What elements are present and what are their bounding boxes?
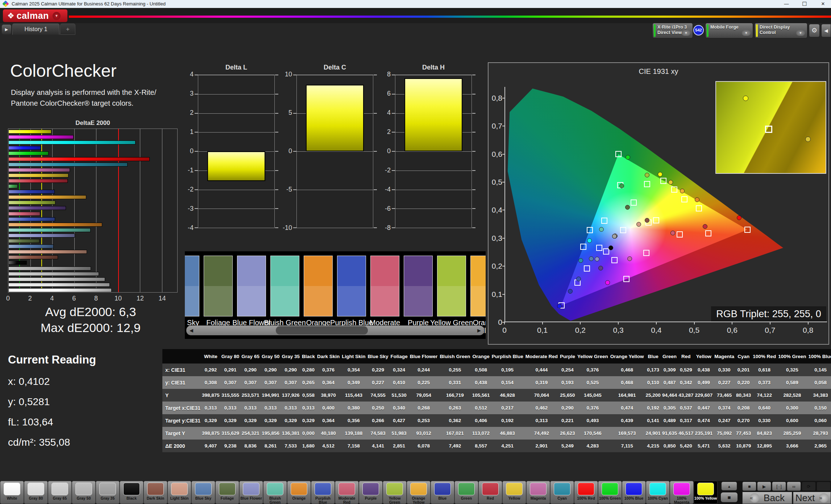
axis-tick-label: 0,6	[723, 326, 741, 335]
patch-button-Dark Skin[interactable]: Dark Skin	[144, 481, 167, 504]
calman-menu-button[interactable]: ❖ calman ▼	[3, 9, 67, 22]
tab-history-1[interactable]: History 1	[12, 24, 59, 35]
patch-button-Orange Yellow[interactable]: Orange Yellow	[407, 481, 431, 504]
axis-tick-label: 0,5	[685, 326, 703, 335]
patch-button-Blue Flower[interactable]: Blue Flower	[239, 481, 263, 504]
table-cell: 0,600	[777, 414, 807, 427]
table-cell: 0,618	[752, 364, 777, 376]
patch-label: 100% Yellow	[694, 496, 717, 500]
chevron-down-icon[interactable]: ▼	[682, 30, 690, 36]
patch-button-Cyan[interactable]: Cyan	[550, 481, 574, 504]
de-bar-100% Blue	[8, 146, 41, 150]
refresh-icon[interactable]: ⟳	[802, 482, 816, 491]
swatch-target-half	[271, 256, 299, 286]
workflow-status-bar	[756, 24, 758, 37]
table-cell: 4,141	[367, 440, 390, 452]
reading-count-badge[interactable]: 542	[693, 25, 704, 35]
gridline	[198, 209, 274, 209]
table-cell: 0,489	[661, 414, 678, 427]
meter-source-dropdown[interactable]: Mobile Forge ▼	[705, 23, 753, 38]
patch-button-Black[interactable]: Black	[120, 481, 144, 504]
scroll-left-icon[interactable]: ◀	[186, 326, 196, 335]
swatch-target-half	[204, 256, 232, 286]
deltaH-bar	[404, 78, 462, 151]
patch-button-100% Yellow[interactable]: 100% Yellow	[694, 481, 718, 504]
patch-button-Red[interactable]: Red	[478, 481, 502, 504]
loop-icon[interactable]: ∞	[787, 482, 801, 491]
scrollbar-thumb[interactable]	[276, 326, 368, 335]
de-bar-Gray 50	[8, 272, 99, 276]
patch-button-Blue Sky[interactable]: Blue Sky	[191, 481, 215, 504]
patch-button-100% Cyan[interactable]: 100% Cyan	[646, 481, 670, 504]
tab-strip-expander-button[interactable]: ▶	[2, 25, 11, 34]
patch-button-Foliage[interactable]: Foliage	[215, 481, 239, 504]
tick-mark	[472, 75, 475, 75]
deltaC-title: Delta C	[296, 64, 373, 71]
patch-button-Orange[interactable]: Orange	[287, 481, 311, 504]
back-chevrons-icon: «	[750, 493, 759, 503]
table-cell: 0,307	[261, 376, 281, 389]
patch-button-100% Magenta[interactable]: 100% Magenta	[670, 481, 694, 504]
col-header: Bluish Green	[439, 349, 471, 364]
collapse-panel-icon[interactable]: ◀	[821, 24, 831, 37]
patch-button-Purple[interactable]: Purple	[359, 481, 383, 504]
strip-swatch-Foliage	[204, 256, 233, 316]
blank-icon[interactable]	[817, 482, 831, 491]
table-cell: 46,928	[491, 389, 524, 402]
axis-tick-label: 0,3	[609, 326, 627, 335]
patch-button-Blue[interactable]: Blue	[431, 481, 454, 504]
patch-button-Gray 80[interactable]: Gray 80	[24, 481, 48, 504]
close-icon[interactable]: ✕	[815, 0, 831, 8]
swatch-measured-half	[371, 286, 399, 316]
next-chevrons-icon: »	[819, 493, 828, 503]
target-marker-Yellow Green	[644, 181, 650, 187]
table-cell: 2,851	[390, 440, 409, 452]
patch-button-Magenta[interactable]: Magenta	[526, 481, 550, 504]
table-cell: 10,879	[735, 440, 752, 452]
table-cell: 28,793	[807, 427, 831, 440]
patch-button-Bluish Green[interactable]: Bluish Green	[263, 481, 287, 504]
inset-square-marker	[765, 126, 772, 133]
measured-marker-Bluish Green	[599, 227, 604, 232]
tick-mark	[195, 132, 198, 133]
next-button[interactable]: Next »	[793, 492, 831, 504]
gear-icon[interactable]: ⚙	[809, 24, 820, 37]
swatch-target-half	[185, 256, 199, 286]
patch-button-100% Blue[interactable]: 100% Blue	[622, 481, 646, 504]
play-icon[interactable]: ▶	[757, 482, 771, 491]
patch-button-Moderate Red[interactable]: Moderate Red	[335, 481, 359, 504]
chevron-down-icon[interactable]: ▼	[53, 12, 61, 20]
patch-button-Gray 65[interactable]: Gray 65	[48, 481, 72, 504]
patch-button-Yellow Green[interactable]: Yellow Green	[383, 481, 407, 504]
chevron-down-icon[interactable]: ▼	[796, 30, 805, 36]
patch-button-Yellow[interactable]: Yellow	[502, 481, 526, 504]
meter-device-dropdown[interactable]: X-Rite i1Pro 3Direct View ▼	[652, 23, 693, 38]
table-cell: 136,381	[281, 427, 301, 440]
scroll-right-icon[interactable]: ▶	[474, 326, 484, 335]
col-header: Black	[301, 349, 316, 364]
add-tab-button[interactable]: +	[60, 24, 75, 35]
patch-button-100% Red[interactable]: 100% Red	[574, 481, 598, 504]
minimize-icon[interactable]: —	[778, 0, 794, 8]
step-icon[interactable]: [··]	[772, 482, 786, 491]
patch-button-Gray 50[interactable]: Gray 50	[72, 481, 96, 504]
patch-button-100% Green[interactable]: 100% Green	[598, 481, 622, 504]
stop-icon[interactable]: ■	[742, 482, 756, 491]
de-bar-Red	[8, 179, 68, 183]
table-cell: 74,492	[524, 427, 559, 440]
chevron-down-icon[interactable]: ▼	[742, 30, 751, 36]
table-cell: 43,287	[678, 389, 694, 402]
stop-pattern-button[interactable]: ■	[720, 491, 739, 503]
patch-button-Purplish Blue[interactable]: Purplish Blue	[311, 481, 335, 504]
up-arrow-icon[interactable]: ▲	[721, 482, 737, 491]
patch-button-Light Skin[interactable]: Light Skin	[167, 481, 191, 504]
meter-workflow-dropdown[interactable]: Direct Display Control ▼	[755, 23, 807, 38]
patch-button-Gray 35[interactable]: Gray 35	[96, 481, 120, 504]
patch-button-Green[interactable]: Green	[454, 481, 478, 504]
table-cell: 0,201	[735, 364, 752, 376]
patch-button-White[interactable]: White	[0, 481, 24, 504]
strip-scrollbar[interactable]: ◀ ▶	[186, 326, 484, 335]
patch-swatch	[315, 483, 331, 495]
maximize-icon[interactable]: ☐	[797, 0, 813, 8]
back-button[interactable]: « Back	[742, 492, 792, 504]
